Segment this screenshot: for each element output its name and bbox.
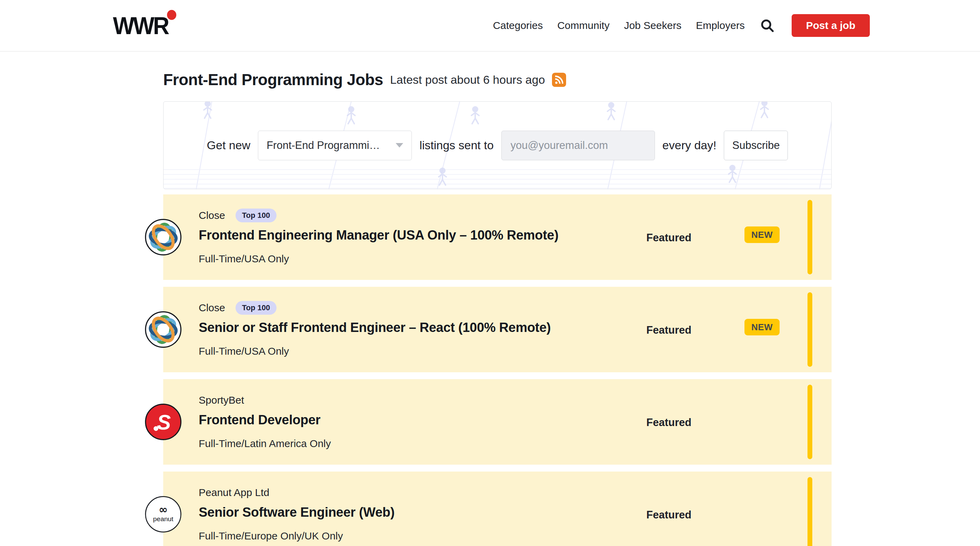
- new-badge: NEW: [745, 319, 780, 335]
- rss-link[interactable]: [552, 73, 566, 87]
- company-name[interactable]: Peanut App Ltd: [199, 487, 269, 498]
- category-dropdown[interactable]: Front-End Programmi…: [258, 131, 412, 160]
- featured-label: Featured: [646, 509, 692, 521]
- new-badge: NEW: [745, 227, 780, 243]
- company-row: SportyBet: [199, 392, 832, 408]
- latest-post-label: Latest post about 6 hours ago: [390, 73, 545, 86]
- job-meta: Full-Time/Latin America Only: [199, 438, 832, 450]
- sportybet-logo-icon: S: [144, 403, 182, 441]
- chevron-down-icon: [396, 143, 403, 147]
- subscribe-suffix-label: every day!: [662, 139, 717, 152]
- top100-badge[interactable]: Top 100: [235, 209, 277, 222]
- company-row: Close Top 100: [199, 208, 832, 224]
- svg-text:peanut: peanut: [153, 515, 174, 522]
- job-card[interactable]: S SportyBet Frontend Developer Full-Time…: [163, 379, 832, 465]
- featured-bar-icon: [808, 385, 812, 459]
- subscribe-prefix-label: Get new: [207, 139, 251, 152]
- job-meta: Full-Time/Europe Only/UK Only: [199, 530, 832, 542]
- subscribe-middle-label: listings sent to: [419, 139, 493, 152]
- logo-red-dot-icon: [167, 10, 176, 20]
- email-field[interactable]: [501, 131, 655, 160]
- nav-item-job-seekers[interactable]: Job Seekers: [624, 20, 681, 31]
- main-nav: Categories Community Job Seekers Employe…: [493, 14, 870, 37]
- job-title[interactable]: Frontend Developer: [199, 412, 832, 428]
- featured-label: Featured: [646, 231, 692, 244]
- wwr-logo-text: WWR: [113, 12, 168, 39]
- job-title[interactable]: Senior or Staff Frontend Engineer – Reac…: [199, 320, 832, 335]
- close-logo-icon: [144, 218, 182, 256]
- svg-text:∞: ∞: [159, 503, 168, 516]
- top100-badge[interactable]: Top 100: [235, 301, 277, 315]
- company-row: Peanut App Ltd: [199, 485, 832, 500]
- featured-bar-icon: [808, 477, 812, 546]
- post-a-job-button[interactable]: Post a job: [792, 14, 870, 37]
- company-name[interactable]: Close: [199, 302, 225, 314]
- featured-bar-icon: [808, 292, 812, 367]
- title-row: Front-End Programming Jobs Latest post a…: [163, 70, 832, 89]
- company-name[interactable]: SportyBet: [199, 394, 244, 406]
- category-dropdown-value: Front-End Programmi…: [267, 139, 392, 152]
- page-title: Front-End Programming Jobs: [163, 70, 383, 89]
- search-button[interactable]: [759, 18, 775, 34]
- nav-item-categories[interactable]: Categories: [493, 20, 542, 31]
- jobs-list: Close Top 100 Frontend Engineering Manag…: [163, 195, 832, 546]
- wwr-logo[interactable]: WWR: [113, 11, 168, 40]
- company-name[interactable]: Close: [199, 209, 225, 221]
- company-row: Close Top 100: [199, 300, 832, 316]
- job-title[interactable]: Frontend Engineering Manager (USA Only –…: [199, 228, 832, 243]
- job-card[interactable]: Close Top 100 Senior or Staff Frontend E…: [163, 287, 832, 372]
- main-content: Front-End Programming Jobs Latest post a…: [163, 70, 832, 546]
- peanut-logo-icon: ∞ peanut: [144, 495, 182, 533]
- close-logo-icon: [144, 311, 182, 348]
- search-icon: [759, 18, 775, 34]
- featured-bar-icon: [808, 200, 812, 275]
- featured-label: Featured: [646, 417, 692, 429]
- job-card[interactable]: ∞ peanut Peanut App Ltd Senior Software …: [163, 471, 832, 546]
- job-meta: Full-Time/USA Only: [199, 253, 832, 265]
- rss-icon: [552, 73, 566, 87]
- job-meta: Full-Time/USA Only: [199, 345, 832, 357]
- subscribe-box: Get new Front-End Programmi… listings se…: [163, 101, 832, 189]
- featured-label: Featured: [646, 324, 692, 337]
- nav-item-community[interactable]: Community: [557, 20, 609, 31]
- svg-text:S: S: [157, 410, 171, 434]
- job-title[interactable]: Senior Software Engineer (Web): [199, 504, 832, 520]
- subscribe-button[interactable]: Subscribe: [724, 131, 788, 160]
- job-card[interactable]: Close Top 100 Frontend Engineering Manag…: [163, 195, 832, 280]
- site-header: WWR Categories Community Job Seekers Emp…: [0, 0, 980, 52]
- nav-item-employers[interactable]: Employers: [696, 20, 745, 31]
